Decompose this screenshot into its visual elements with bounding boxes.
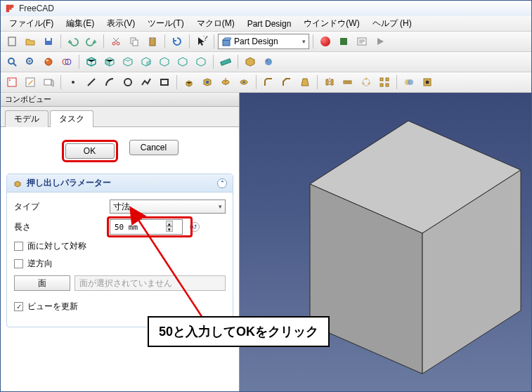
view-iso-button[interactable] [83,53,100,70]
new-file-button[interactable] [4,33,20,50]
toolbar-partdesign [1,72,531,93]
refresh-button[interactable] [169,33,186,50]
collapse-icon[interactable]: ⌃ [217,178,227,188]
reversed-checkbox[interactable] [14,259,23,268]
draft-button[interactable] [297,74,313,91]
cube-right-icon [141,56,152,67]
reversed-label: 逆方向 [27,258,53,270]
play-icon [375,36,386,47]
appearance-button[interactable] [260,53,277,70]
type-label: タイプ [14,201,105,213]
view-rear-button[interactable] [156,53,173,70]
symmetric-checkbox[interactable] [14,242,23,251]
stereo-icon [61,56,72,67]
menu-partdesign[interactable]: Part Design [242,18,297,30]
menu-file[interactable]: ファイル(F) [4,16,59,31]
update-row: ✓ ビューを更新 [14,301,226,313]
macro-list-button[interactable] [353,33,370,50]
point-button[interactable] [65,74,82,91]
menu-help[interactable]: ヘルプ (H) [367,16,417,31]
part-button[interactable] [242,53,259,70]
rectangle-button[interactable] [156,74,173,91]
toolbar-view [1,52,531,72]
measure-button[interactable] [217,53,234,70]
save-button[interactable] [40,33,57,50]
pad-parameters-group: 押し出しパラメーター ⌃ タイプ 寸法 長さ [6,174,233,327]
undo-button[interactable] [65,33,82,50]
mirror-button[interactable] [321,74,338,91]
menu-macro[interactable]: マクロ(M) [191,16,240,31]
svg-rect-26 [8,78,16,86]
zoom-in-button[interactable] [22,53,39,70]
separator [213,55,214,69]
ok-button[interactable]: OK [65,143,115,159]
length-reset-button[interactable]: ↺ [190,222,200,232]
view-front-button[interactable] [101,53,118,70]
cut-button[interactable] [108,33,124,50]
svg-rect-13 [223,40,230,46]
pocket-icon [202,77,213,88]
point-icon [67,77,79,88]
spin-down-icon[interactable]: ▾ [166,226,173,232]
draw-style-button[interactable] [40,53,57,70]
circle-button[interactable] [119,74,136,91]
view-bottom-button[interactable] [174,53,191,70]
view-left-button[interactable] [193,53,209,70]
type-combo[interactable]: 寸法 [110,200,226,214]
menu-window[interactable]: ウインドウ(W) [298,16,365,31]
svg-rect-0 [6,5,9,13]
line-button[interactable] [83,74,100,91]
view-right-button[interactable] [138,53,155,70]
linear-pattern-button[interactable] [339,74,356,91]
cube-left-icon [195,56,207,67]
cancel-button[interactable]: Cancel [129,140,179,155]
tab-model[interactable]: モデル [5,110,48,127]
arc-button[interactable] [101,74,118,91]
fillet-button[interactable] [260,74,277,91]
spin-up-icon[interactable]: ▴ [166,221,173,226]
paste-button[interactable] [144,33,161,50]
copy-button[interactable] [126,33,143,50]
open-file-button[interactable] [22,33,39,50]
zoom-fit-button[interactable] [4,53,20,70]
whatsthis-button[interactable]: ? [193,33,210,50]
group-header[interactable]: 押し出しパラメーター ⌃ [7,174,233,192]
svg-rect-2 [9,8,12,10]
update-checkbox[interactable]: ✓ [14,302,23,311]
revolution-button[interactable] [217,74,234,91]
tab-task[interactable]: タスク [50,110,93,127]
macro-play-button[interactable] [372,33,389,50]
menu-edit[interactable]: 編集(E) [60,16,100,31]
multi-transform-button[interactable] [376,74,393,91]
hole-button[interactable] [419,74,436,91]
view-top-button[interactable] [119,53,136,70]
redo-button[interactable] [83,33,100,50]
menu-tools[interactable]: ツール(T) [142,16,189,31]
face-select-button[interactable]: 面 [14,275,70,291]
new-sketch-button[interactable] [4,74,20,91]
ok-highlight: OK [62,140,118,162]
palette-icon [263,56,274,67]
polyline-button[interactable] [138,74,155,91]
pocket-button[interactable] [199,74,216,91]
length-spinner[interactable]: ▴▾ [166,221,173,232]
svg-rect-1 [9,5,13,8]
chamfer-button[interactable] [278,74,295,91]
combo-view-title: コンボビュー [1,93,239,107]
workbench-selector[interactable]: Part Design [218,34,309,49]
polar-pattern-button[interactable] [358,74,375,91]
macro-stop-button[interactable] [335,33,352,50]
app-window: FreeCAD ファイル(F) 編集(E) 表示(V) ツール(T) マクロ(M… [0,0,532,392]
map-sketch-button[interactable] [40,74,57,91]
stereo-button[interactable] [58,53,75,70]
macro-record-button[interactable] [317,33,334,50]
svg-point-19 [46,60,48,61]
separator [164,34,165,48]
menu-view[interactable]: 表示(V) [101,16,141,31]
pad-button[interactable] [181,74,197,91]
boolean-button[interactable] [401,74,417,91]
edit-sketch-button[interactable] [22,74,39,91]
stop-icon [338,36,349,47]
groove-button[interactable] [235,74,252,91]
svg-rect-5 [46,38,51,41]
